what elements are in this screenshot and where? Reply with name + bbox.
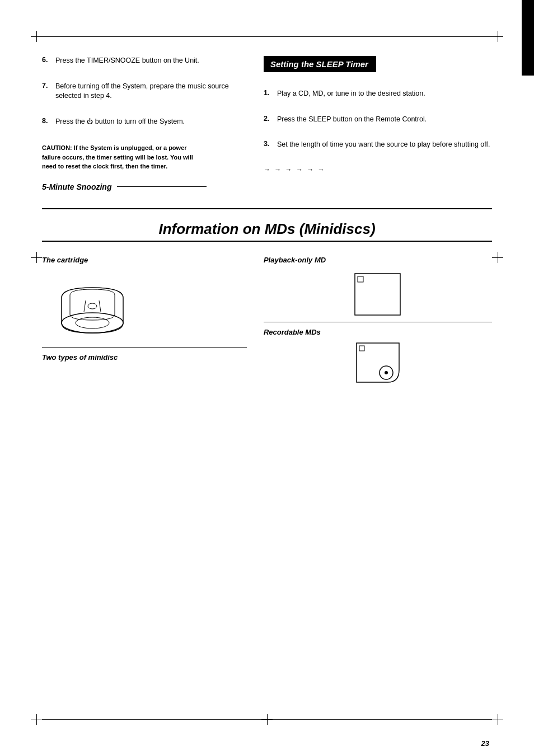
caution-text: CAUTION: If the System is unplugged, or …: [42, 143, 193, 171]
cartridge-svg: [53, 275, 132, 337]
sleep-heading-text: Setting the SLEEP Timer: [270, 59, 368, 69]
two-types-heading: Two types of minidisc: [42, 353, 118, 361]
crosshair-top-right: [492, 31, 503, 42]
cartridge-illustration: [53, 275, 247, 339]
svg-line-3: [84, 300, 86, 312]
item-7-number: 7.: [42, 82, 53, 90]
playback-md-illustration: [264, 273, 492, 316]
black-side-tab: [522, 0, 534, 76]
playback-md-heading: Playback-only MD: [264, 256, 326, 264]
arrow-sequence: → → → → → →: [264, 166, 492, 173]
sleep-item-1: 1. Play a CD, MD, or tune in to the desi…: [264, 89, 492, 99]
playback-md-divider: [264, 322, 492, 322]
caution-section: CAUTION: If the System is unplugged, or …: [42, 143, 247, 171]
svg-point-0: [62, 313, 123, 333]
sleep-item-1-number: 1.: [264, 89, 275, 97]
sleep-item-2-number: 2.: [264, 115, 275, 123]
crosshair-mid-left: [31, 252, 42, 263]
snooze-line: [117, 186, 207, 187]
recordable-mds-heading: Recordable MDs: [264, 328, 321, 336]
svg-point-9: [385, 371, 388, 374]
top-section: 6. Press the TIMER/SNOOZE button on the …: [42, 56, 492, 191]
sleep-item-1-text: Play a CD, MD, or tune in to the desired…: [277, 89, 425, 99]
page: 6. Press the TIMER/SNOOZE button on the …: [0, 0, 534, 756]
main-heading: Information on MDs (Minidiscs): [42, 220, 492, 238]
crosshair-bottom-center: [261, 714, 273, 725]
snooze-section: 5-Minute Snoozing: [42, 182, 247, 191]
svg-rect-5: [355, 274, 400, 315]
crosshair-mid-right: [492, 252, 503, 263]
right-column: Setting the SLEEP Timer 1. Play a CD, MD…: [258, 56, 492, 191]
item-8-number: 8.: [42, 117, 53, 125]
cartridge-heading: The cartridge: [42, 256, 88, 264]
page-number: 23: [481, 739, 489, 748]
item-8: 8. Press the ⏻ button to turn off the Sy…: [42, 117, 247, 127]
bottom-right-column: Playback-only MD Recordable MDs: [258, 256, 492, 383]
border-top: [42, 36, 492, 37]
main-heading-underline: [42, 241, 492, 242]
playback-md-svg: [354, 273, 401, 316]
recordable-md-illustration: [264, 342, 492, 383]
crosshair-bottom-left: [31, 714, 42, 725]
svg-point-2: [88, 303, 97, 309]
section-divider: [42, 208, 492, 209]
border-bottom: [42, 719, 492, 720]
bottom-section: The cartridge: [42, 256, 492, 383]
bottom-left-column: The cartridge: [42, 256, 258, 383]
item-6-number: 6.: [42, 56, 53, 64]
main-content: 6. Press the TIMER/SNOOZE button on the …: [42, 56, 492, 711]
item-6: 6. Press the TIMER/SNOOZE button on the …: [42, 56, 247, 66]
crosshair-bottom-right: [492, 714, 503, 725]
cartridge-divider: [42, 347, 247, 348]
sleep-item-3-number: 3.: [264, 140, 275, 148]
sleep-item-3-text: Set the length of time you want the sour…: [277, 140, 490, 150]
snooze-label: 5-Minute Snoozing: [42, 182, 111, 191]
caution-label: CAUTION:: [42, 144, 72, 151]
item-6-text: Press the TIMER/SNOOZE button on the Uni…: [55, 56, 199, 66]
item-7: 7. Before turning off the System, prepar…: [42, 82, 247, 101]
recordable-md-svg: [355, 342, 400, 383]
left-column: 6. Press the TIMER/SNOOZE button on the …: [42, 56, 258, 191]
item-8-text: Press the ⏻ button to turn off the Syste…: [55, 117, 185, 127]
sleep-item-2-text: Press the SLEEP button on the Remote Con…: [277, 115, 427, 125]
sleep-heading-box: Setting the SLEEP Timer: [264, 56, 376, 72]
sleep-item-3: 3. Set the length of time you want the s…: [264, 140, 492, 150]
crosshair-top-left: [31, 31, 42, 42]
sleep-heading-container: Setting the SLEEP Timer: [264, 56, 376, 72]
svg-line-4: [99, 300, 101, 312]
svg-point-1: [76, 317, 109, 328]
item-7-text: Before turning off the System, prepare t…: [55, 82, 247, 101]
sleep-item-2: 2. Press the SLEEP button on the Remote …: [264, 115, 492, 125]
